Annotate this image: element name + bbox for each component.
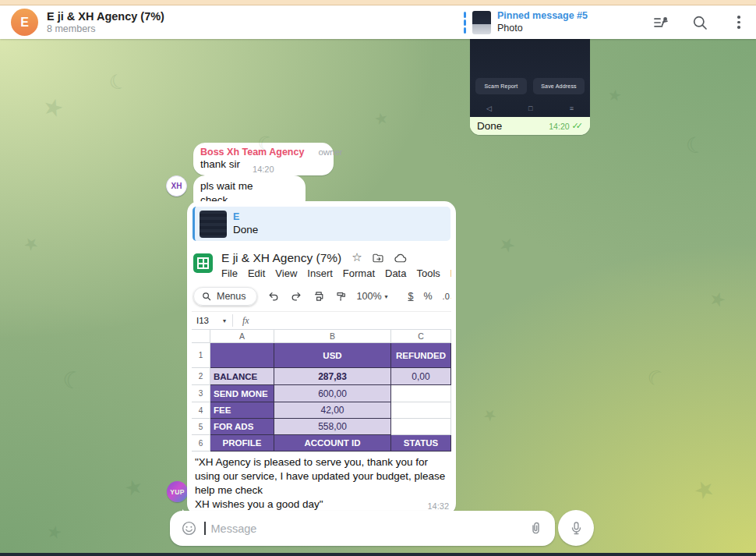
paint-format-icon: [335, 291, 347, 303]
reply-quote[interactable]: E Done: [193, 207, 450, 241]
pinned-message-banner[interactable]: Pinned message #5 Photo: [456, 10, 588, 34]
pinned-message-type: Photo: [497, 23, 588, 35]
wallpaper-doodle: ★: [689, 473, 719, 506]
wallpaper-doodle: ☾: [642, 363, 670, 394]
window-bottom-strip: [0, 553, 756, 556]
cell-a2: BALANCE: [210, 368, 274, 385]
screenshot-scam-report-button: Scam Report: [475, 78, 527, 94]
cell-b6: ACCOUNT ID: [274, 435, 391, 452]
row-number: 2: [192, 368, 210, 385]
col-header-c: C: [391, 330, 451, 343]
avatar-yup[interactable]: YUP: [167, 481, 188, 502]
android-recents-icon: ≡: [570, 104, 574, 112]
reply-snippet: Done: [233, 223, 258, 237]
message-input[interactable]: [211, 522, 528, 535]
chat-header: E E ji & XH Agency (7%) 8 members Pinned…: [0, 5, 756, 39]
window-top-strip: [0, 0, 756, 5]
emoji-icon[interactable]: [181, 520, 197, 537]
android-home-icon: □: [528, 104, 532, 112]
wallpaper-doodle: ★: [40, 91, 67, 123]
percent-format-icon: %: [423, 291, 432, 302]
sheets-screenshot-photo[interactable]: E ji & XH Agency (7%) ☆: [192, 246, 451, 452]
grid-corner: [192, 330, 210, 343]
currency-format-icon: $: [408, 291, 414, 302]
sheet-doc-title: E ji & XH Agency (7%): [221, 251, 341, 265]
wallpaper-doodle: ★: [373, 108, 390, 129]
photo-message-bubble[interactable]: Scam Report Save Address ◁ □ ≡ Done 14:2…: [470, 39, 590, 135]
formula-bar: I13▾ fx: [192, 311, 451, 329]
wallpaper-doodle: ☾: [684, 131, 707, 160]
decrease-decimal-icon: .0←: [443, 292, 451, 301]
telegram-window: E E ji & XH Agency (7%) 8 members Pinned…: [0, 0, 756, 556]
menu-tools: Tools: [416, 267, 440, 279]
toolbar-search-icon: [202, 292, 211, 301]
search-icon[interactable]: [691, 13, 709, 32]
chat-title: E ji & XH Agency (7%): [47, 9, 164, 23]
row-number: 6: [192, 435, 210, 452]
redo-icon: [290, 290, 302, 303]
cell-c5: [391, 419, 451, 435]
voice-record-button[interactable]: [558, 510, 594, 546]
chat-scroll-area[interactable]: Scam Report Save Address ◁ □ ≡ Done 14:2…: [0, 39, 756, 553]
menu-view: View: [275, 267, 297, 279]
message-bubble-thank[interactable]: Boss Xh Team Agency owner thank sir 14:2…: [193, 143, 334, 175]
menus-pill-button: Menus: [193, 287, 257, 306]
undo-icon: [267, 290, 280, 303]
cell-c1: REFUNDED: [391, 343, 451, 368]
cell-c6: STATUS: [391, 435, 451, 452]
avatar-xh-agency[interactable]: XH: [166, 175, 187, 197]
cell-c2: 0,00: [391, 368, 451, 385]
menu-extensions: Exten: [450, 267, 451, 279]
message-text: thank sir: [200, 158, 240, 172]
reply-sender-name: E: [233, 211, 258, 223]
spreadsheet-grid: A B C 1 USD REFUNDED 2 BALANCE 287,83 0,…: [192, 329, 451, 452]
cell-a3: SEND MONE: [210, 385, 274, 402]
col-header-b: B: [274, 330, 391, 343]
wallpaper-doodle: ☾: [105, 68, 131, 97]
phone-screenshot-photo[interactable]: Scam Report Save Address ◁ □ ≡: [470, 39, 590, 117]
google-sheets-icon: [193, 253, 213, 273]
menu-kebab-icon[interactable]: [730, 13, 748, 32]
row-number: 1: [192, 343, 210, 368]
text-caret: [204, 522, 206, 535]
sender-name[interactable]: Boss Xh Team Agency: [200, 147, 304, 158]
message-time: 14:20: [253, 165, 274, 174]
menu-file: File: [221, 267, 238, 279]
menu-insert: Insert: [307, 267, 333, 279]
cell-b5: 558,00: [274, 419, 391, 435]
wallpaper-doodle: ★: [479, 403, 501, 427]
cell-a4: FEE: [210, 402, 274, 419]
attach-paperclip-icon[interactable]: [528, 520, 544, 537]
sheet-toolbar: Menus: [192, 282, 451, 311]
pinned-list-icon[interactable]: [652, 13, 670, 32]
photo-caption-text: Done: [477, 120, 502, 132]
reply-thumbnail: [200, 211, 227, 238]
cell-b3: 600,00: [274, 385, 391, 402]
cell-a6: PROFILE: [210, 435, 274, 452]
row-number: 5: [192, 419, 210, 435]
pinned-segments-indicator: [464, 12, 466, 34]
message-time: 14:20: [549, 122, 569, 131]
pinned-photo-thumbnail: [472, 11, 491, 34]
cell-a5: FOR ADS: [210, 419, 274, 435]
menu-format: Format: [343, 267, 375, 279]
cell-b1: USD: [274, 343, 391, 368]
wallpaper-doodle: ★: [45, 521, 65, 544]
cell-b4: 42,00: [274, 402, 391, 419]
move-folder-icon: [372, 252, 384, 264]
wallpaper-doodle: ★: [19, 232, 44, 257]
wallpaper-doodle: ★: [706, 286, 729, 312]
screenshot-save-address-button: Save Address: [533, 78, 585, 94]
chat-members-count: 8 members: [47, 23, 164, 35]
message-composer[interactable]: [170, 511, 555, 546]
chat-avatar[interactable]: E: [11, 9, 38, 36]
screenshot-android-navbar: ◁ □ ≡: [475, 103, 585, 113]
wallpaper-doodle: ★: [122, 474, 146, 502]
read-checks-icon: ✓✓: [572, 121, 583, 131]
zoom-select: 100%▾: [357, 291, 388, 302]
owner-badge: owner: [307, 147, 342, 157]
col-header-a: A: [210, 330, 274, 343]
message-bubble-budget[interactable]: E Done E ji & XH Agency (7%) ☆: [187, 201, 456, 515]
chat-header-titles[interactable]: E ji & XH Agency (7%) 8 members: [47, 9, 164, 35]
sheet-menu-bar: File Edit View Insert Format Data Tools …: [221, 267, 450, 279]
